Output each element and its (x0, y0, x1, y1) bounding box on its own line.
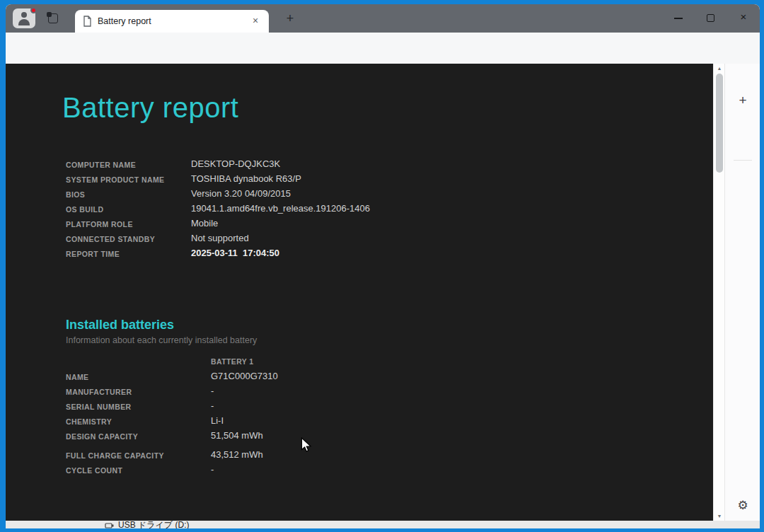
system-info-row: CONNECTED STANDBY Not supported (6, 233, 713, 248)
close-button[interactable]: × (727, 4, 760, 33)
mouse-cursor (301, 437, 312, 453)
field-label: NAME (66, 373, 89, 381)
background-explorer-window[interactable]: USB ドライブ (D:) (6, 521, 760, 528)
profile-button[interactable] (13, 8, 35, 28)
battery-info-row: NAME G71C000G7310 (6, 371, 713, 386)
battery-report-page: Battery report COMPUTER NAME DESKTOP-DQJ… (6, 64, 713, 521)
usb-drive-icon (105, 521, 114, 528)
field-value: - (211, 386, 214, 396)
field-label: BIOS (66, 190, 85, 199)
field-label: SERIAL NUMBER (66, 403, 132, 411)
page-icon (82, 16, 92, 27)
avatar-icon (21, 12, 27, 18)
content-area: Battery report COMPUTER NAME DESKTOP-DQJ… (6, 64, 760, 521)
field-value: 19041.1.amd64fre.vb_release.191206-1406 (191, 203, 370, 214)
field-value: Not supported (191, 233, 249, 243)
field-value: - (211, 464, 214, 475)
system-info-row: PLATFORM ROLE Mobile (6, 218, 713, 233)
maximize-button[interactable] (695, 4, 727, 33)
sidebar-add-button[interactable]: + (734, 92, 751, 109)
sidebar-divider (734, 160, 752, 161)
maximize-icon (707, 14, 714, 22)
field-label: CYCLE COUNT (66, 466, 122, 475)
avatar-icon (18, 19, 30, 25)
battery-column-header: BATTERY 1 (211, 357, 254, 366)
field-value: 51,504 mWh (211, 430, 263, 441)
field-label: SYSTEM PRODUCT NAME (66, 175, 164, 184)
scrollbar-thumb[interactable] (716, 74, 723, 173)
field-label: CHEMISTRY (66, 417, 112, 426)
field-label: PLATFORM ROLE (66, 220, 133, 229)
sidebar-settings-button[interactable]: ⚙ (735, 498, 751, 514)
field-label: REPORT TIME (66, 250, 120, 258)
edge-sidebar: + ⚙ (724, 64, 760, 521)
field-label: CONNECTED STANDBY (66, 235, 155, 243)
section-subtitle: Information about each currently install… (66, 335, 257, 345)
field-value: 2025-03-11 17:04:50 (191, 248, 279, 258)
profile-notification-dot (30, 7, 37, 13)
field-value: - (211, 400, 214, 411)
field-value: Version 3.20 04/09/2015 (191, 188, 291, 199)
battery-info-row: CHEMISTRY Li-I (6, 415, 713, 430)
field-value: Mobile (191, 218, 218, 229)
toolbar: ← ファイル | C:/battery-report.html (6, 33, 760, 64)
window-controls: × (662, 4, 760, 33)
field-label: COMPUTER NAME (66, 161, 136, 169)
drive-label: USB ドライブ (D:) (118, 521, 189, 528)
battery-info-row: MANUFACTURER - (6, 386, 713, 400)
field-label: MANUFACTURER (66, 388, 132, 396)
system-info-row: REPORT TIME 2025-03-11 17:04:50 (6, 248, 713, 262)
field-value: G71C000G7310 (211, 371, 278, 381)
browser-window: Battery report × + × ← (6, 4, 760, 521)
field-value: 43,512 mWh (211, 449, 263, 460)
field-value: TOSHIBA dynabook R63/P (191, 173, 301, 184)
scroll-down-icon[interactable]: ▼ (714, 514, 725, 519)
tab-title: Battery report (98, 16, 249, 26)
section-heading: Installed batteries (66, 318, 174, 332)
field-label: OS BUILD (66, 205, 103, 214)
minimize-icon (674, 18, 683, 19)
close-icon: × (727, 11, 760, 23)
field-label: FULL CHARGE CAPACITY (66, 451, 164, 460)
field-value: DESKTOP-DQJKC3K (191, 158, 280, 169)
battery-info-row: DESIGN CAPACITY 51,504 mWh (6, 430, 713, 445)
tab-close-icon[interactable]: × (249, 15, 262, 28)
workspaces-icon[interactable] (47, 12, 59, 25)
page-scrollbar[interactable]: ▲ ▼ (713, 64, 724, 521)
battery-info-row: CYCLE COUNT - (6, 464, 713, 479)
title-bar: Battery report × + × (6, 4, 760, 33)
field-label: DESIGN CAPACITY (66, 432, 138, 441)
field-value: Li-I (211, 415, 224, 426)
scroll-up-icon[interactable]: ▲ (714, 66, 725, 71)
system-info-row: SYSTEM PRODUCT NAME TOSHIBA dynabook R63… (6, 173, 713, 188)
battery-info-row: FULL CHARGE CAPACITY 43,512 mWh (6, 449, 713, 464)
system-info-row: BIOS Version 3.20 04/09/2015 (6, 188, 713, 203)
page-title: Battery report (62, 92, 238, 124)
desktop: { "browser": { "tab_title": "Battery rep… (0, 0, 764, 532)
battery-info-row: SERIAL NUMBER - (6, 400, 713, 415)
minimize-button[interactable] (662, 4, 695, 33)
system-info-row: COMPUTER NAME DESKTOP-DQJKC3K (6, 158, 713, 173)
new-tab-button[interactable]: + (282, 11, 299, 27)
browser-tab[interactable]: Battery report × (75, 10, 269, 33)
system-info-row: OS BUILD 19041.1.amd64fre.vb_release.191… (6, 203, 713, 218)
